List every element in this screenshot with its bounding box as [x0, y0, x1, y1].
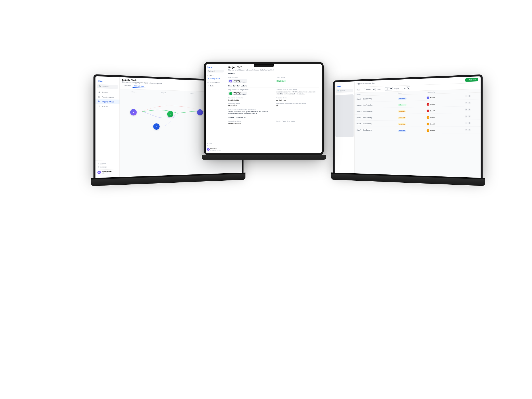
nextgen-section-title: Next Gen Raw Material [228, 85, 319, 88]
user-avatar: AK [97, 171, 101, 174]
right-sidebar: loop 🔍 Search [335, 81, 355, 173]
feedstock-source-group: Feedstock Source Mumbai, India [276, 97, 319, 101]
row5-view-icon[interactable]: ⊞ [468, 122, 471, 124]
differentiator-text: Aenean consectetur non vulputate vitae r… [228, 111, 271, 115]
org-providing-label: Organisation Providing Material [228, 89, 271, 90]
row6-status: In Review [398, 128, 427, 132]
row6-view-icon[interactable]: ⊞ [468, 129, 471, 131]
filter-supplier-select[interactable]: All [402, 86, 410, 90]
right-search-icon: 🔍 [337, 90, 339, 92]
right-header-text-group: Suppliers in this supply chain [357, 82, 375, 85]
row1-producer-name: Brand 5 [430, 97, 435, 98]
feedstock-source-label: Feedstock Source [276, 97, 319, 99]
right-search[interactable]: 🔍 Search [336, 89, 353, 93]
row5-producer-name: Brand 8 [430, 123, 435, 125]
row2-view-icon[interactable]: ⊞ [468, 102, 471, 104]
sidebar-item-traces[interactable]: ◊ Traces [95, 104, 120, 109]
tests-icon-t: ✓ [208, 85, 209, 87]
row3-producer-dot: 6 [427, 109, 429, 112]
settings-label: Settings [101, 166, 107, 168]
tab-list-view[interactable]: List View [122, 84, 133, 88]
sources-value: Post-Industrial [228, 99, 271, 101]
row4-view-icon[interactable]: ⊞ [468, 115, 471, 118]
sidebar-item-assets[interactable]: ◈ Assets [95, 89, 120, 95]
row6-produced: 8 Brand 8 [427, 128, 465, 132]
assets-icon: ◈ [98, 91, 101, 93]
right-header-text: Suppliers in this supply chain [357, 82, 375, 84]
row5-edit-icon[interactable]: ✏ [465, 122, 468, 124]
row6-edit-icon[interactable]: ✏ [465, 129, 468, 131]
row2-produced: 6 Brand 6 [427, 101, 465, 106]
targeted-partner-label: Targeted Partner Organisation [276, 120, 319, 122]
tablet-search[interactable]: 🔍 Search [207, 70, 224, 72]
search-placeholder: Search [102, 85, 109, 88]
row1-producer: 5 Brand 5 [427, 96, 435, 99]
row1-edit-icon[interactable]: ✏ [465, 95, 468, 97]
filter-status-select[interactable]: Business All [364, 88, 376, 91]
row5-producer: 8 Brand 8 [427, 123, 435, 125]
tablet-screen: loop 🔍 Search ⌂ Home ↻ Supply Chain ◎ [206, 64, 322, 153]
row1-status: In Process [398, 95, 427, 100]
left-logo: loop [95, 78, 120, 85]
company2-badge: C2 Company 2 Raw Material Provider [228, 92, 247, 95]
stage-label-3: Stage 3 [190, 93, 194, 94]
sidebar-item-requirements[interactable]: ◎ Requirements [95, 95, 120, 100]
filter-stage-select[interactable]: All [385, 87, 393, 91]
row1-status-badge: In Process [398, 97, 406, 100]
nextgen-field-row-1: Organisation Providing Material C2 Compa… [228, 89, 319, 95]
tab-network-view[interactable]: Network View [133, 84, 146, 88]
row6-status-badge: In Review [398, 129, 406, 132]
stage-label-1: Stage 1 [132, 91, 137, 93]
row4-edit-icon[interactable]: ✏ [465, 115, 468, 118]
project-initiator-group: Project Initiator C1 Company 1 Raw Mater… [228, 76, 271, 83]
requirements-icon: ◎ [98, 95, 101, 98]
col-status-header: Status [398, 92, 427, 94]
recycling-value: Mechanical [228, 105, 271, 107]
requirements-icon-t: ◎ [208, 81, 209, 83]
tablet-support[interactable]: Support [207, 143, 224, 145]
row3-edit-icon[interactable]: ✏ [465, 108, 468, 111]
sources-group: Sources of the Material Post-Industrial [228, 97, 271, 101]
differentiator-group: Main Differentiator of NexGen Raw Materi… [228, 109, 271, 115]
support-icon: ? [98, 163, 99, 165]
network-node-1[interactable]: ● [130, 109, 137, 115]
tablet-settings[interactable]: Settings [207, 145, 224, 147]
tablet-nav-tests[interactable]: ✓ Tests [206, 84, 225, 88]
row3-stage: Stage 3 – Fluid Production [357, 110, 398, 112]
replaceable-label: Replaceable Commodities by NextGen Mater… [276, 103, 319, 104]
row3-view-icon[interactable]: ⊞ [468, 108, 471, 111]
row5-producer-dot: 8 [427, 123, 429, 125]
row4-status-badge: A Record [398, 117, 406, 119]
requirements-label: Requirements [102, 96, 114, 98]
network-node-3[interactable]: ● [197, 109, 203, 115]
network-node-5[interactable]: ● [153, 123, 160, 130]
support-label: Support [100, 163, 106, 165]
row6-producer-name: Brand 8 [430, 130, 435, 131]
col-stage-header: Stage ↑ [357, 92, 398, 95]
row1-actions: ✏ ⊞ [465, 95, 478, 97]
filter-supplier-label: Supplier [394, 88, 400, 89]
feedstock-group: Feedstock Used for Raw Material Aenean c… [276, 89, 319, 95]
replaceable-group: Replaceable Commodities by NextGen Mater… [276, 103, 319, 107]
left-search[interactable]: 🔍 Search [97, 84, 118, 89]
row1-view-icon[interactable]: ⊞ [468, 95, 471, 97]
tablet-user-info: Olivia Rhye olivia@example.com [210, 148, 221, 151]
row3-status-badge: A Submit [398, 110, 406, 112]
row4-producer-name: Brand 8 [430, 117, 435, 118]
sidebar-item-supply-chain[interactable]: ↻ Supply Chain [95, 99, 120, 104]
nextgen-field-row-3: Recycling Method Mechanical Replaceable … [228, 103, 319, 107]
settings-item[interactable]: ⚙ Settings [97, 165, 117, 169]
tablet-user-avatar: OR [207, 148, 210, 151]
tablet-nav-home[interactable]: ⌂ Home [206, 74, 225, 77]
network-node-2[interactable]: ● [167, 111, 173, 117]
row2-edit-icon[interactable]: ✏ [465, 102, 468, 104]
row4-actions: ✏ ⊞ [465, 115, 478, 117]
sc-status-group: Supply Chain Status Fully established [228, 120, 271, 124]
tablet-nav-supply-chain[interactable]: ↻ Supply Chain [206, 77, 225, 81]
tablet-sidebar: loop 🔍 Search ⌂ Home ↻ Supply Chain ◎ [206, 64, 225, 153]
tablet-logo: loop [206, 65, 225, 70]
add-tool-button[interactable]: + Add Tool [465, 78, 478, 82]
supply-chain-status-row: Supply Chain Status Fully established Ta… [228, 120, 319, 124]
recycling-label: Recycling Method [228, 103, 271, 104]
tablet-nav-requirements[interactable]: ◎ Requirements [206, 81, 225, 84]
